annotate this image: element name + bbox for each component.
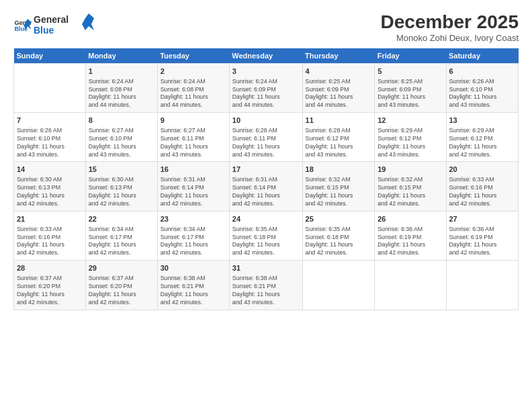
- col-header-saturday: Saturday: [446, 48, 519, 64]
- day-cell: 3Sunrise: 6:24 AMSunset: 6:09 PMDaylight…: [229, 63, 302, 112]
- day-number: 6: [449, 66, 516, 77]
- logo-icon: General Blue: [13, 16, 32, 35]
- day-info: Sunrise: 6:26 AMSunset: 6:10 PMDaylight:…: [449, 78, 516, 110]
- day-cell: 18Sunrise: 6:32 AMSunset: 6:15 PMDayligh…: [302, 162, 375, 211]
- day-cell: 8Sunrise: 6:27 AMSunset: 6:10 PMDaylight…: [85, 113, 157, 162]
- day-info: Sunrise: 6:29 AMSunset: 6:12 PMDaylight:…: [378, 127, 443, 159]
- day-cell: 5Sunrise: 6:25 AMSunset: 6:09 PMDaylight…: [375, 63, 446, 112]
- day-cell: 6Sunrise: 6:26 AMSunset: 6:10 PMDaylight…: [446, 63, 519, 112]
- day-cell: 23Sunrise: 6:34 AMSunset: 6:17 PMDayligh…: [157, 211, 229, 260]
- day-info: Sunrise: 6:27 AMSunset: 6:11 PMDaylight:…: [161, 127, 226, 159]
- day-cell: 13Sunrise: 6:29 AMSunset: 6:12 PMDayligh…: [446, 113, 519, 162]
- week-row-5: 28Sunrise: 6:37 AMSunset: 6:20 PMDayligh…: [14, 261, 519, 310]
- day-cell: 11Sunrise: 6:28 AMSunset: 6:12 PMDayligh…: [302, 113, 375, 162]
- day-info: Sunrise: 6:32 AMSunset: 6:15 PMDaylight:…: [378, 176, 443, 208]
- day-cell: 2Sunrise: 6:24 AMSunset: 6:08 PMDaylight…: [157, 63, 229, 112]
- logo-svg: General Blue: [34, 12, 94, 36]
- day-info: Sunrise: 6:36 AMSunset: 6:19 PMDaylight:…: [449, 226, 516, 258]
- day-number: 3: [232, 66, 300, 77]
- day-info: Sunrise: 6:29 AMSunset: 6:12 PMDaylight:…: [449, 127, 516, 159]
- day-number: 30: [161, 263, 226, 273]
- day-number: 16: [161, 165, 226, 175]
- day-cell: 15Sunrise: 6:30 AMSunset: 6:13 PMDayligh…: [85, 162, 157, 211]
- day-info: Sunrise: 6:28 AMSunset: 6:12 PMDaylight:…: [306, 127, 372, 159]
- day-number: 22: [89, 214, 154, 224]
- day-number: 28: [17, 263, 83, 273]
- day-number: 12: [378, 116, 443, 126]
- day-number: 2: [161, 66, 226, 77]
- day-info: Sunrise: 6:32 AMSunset: 6:15 PMDaylight:…: [306, 176, 372, 208]
- day-cell: 29Sunrise: 6:37 AMSunset: 6:20 PMDayligh…: [85, 261, 157, 310]
- day-cell: 21Sunrise: 6:33 AMSunset: 6:16 PMDayligh…: [14, 211, 86, 260]
- day-info: Sunrise: 6:28 AMSunset: 6:11 PMDaylight:…: [232, 127, 300, 159]
- week-row-1: 1Sunrise: 6:24 AMSunset: 6:08 PMDaylight…: [14, 63, 519, 112]
- day-cell: [375, 261, 446, 310]
- day-cell: 9Sunrise: 6:27 AMSunset: 6:11 PMDaylight…: [157, 113, 229, 162]
- col-header-monday: Monday: [85, 48, 157, 64]
- day-cell: 22Sunrise: 6:34 AMSunset: 6:17 PMDayligh…: [85, 211, 157, 260]
- svg-text:Blue: Blue: [34, 25, 54, 36]
- main-title: December 2025: [381, 12, 519, 33]
- day-cell: 14Sunrise: 6:30 AMSunset: 6:13 PMDayligh…: [14, 162, 86, 211]
- col-header-friday: Friday: [375, 48, 446, 64]
- day-info: Sunrise: 6:30 AMSunset: 6:13 PMDaylight:…: [89, 176, 154, 208]
- day-cell: 4Sunrise: 6:25 AMSunset: 6:09 PMDaylight…: [302, 63, 375, 112]
- day-number: 4: [306, 66, 372, 77]
- day-number: 27: [449, 214, 516, 224]
- day-number: 21: [17, 214, 83, 224]
- col-header-thursday: Thursday: [302, 48, 375, 64]
- day-cell: 19Sunrise: 6:32 AMSunset: 6:15 PMDayligh…: [375, 162, 446, 211]
- day-info: Sunrise: 6:24 AMSunset: 6:08 PMDaylight:…: [89, 78, 154, 110]
- day-number: 10: [232, 116, 300, 126]
- day-number: 1: [89, 66, 154, 77]
- day-cell: 27Sunrise: 6:36 AMSunset: 6:19 PMDayligh…: [446, 211, 519, 260]
- day-info: Sunrise: 6:31 AMSunset: 6:14 PMDaylight:…: [161, 176, 226, 208]
- day-info: Sunrise: 6:36 AMSunset: 6:19 PMDaylight:…: [378, 226, 443, 258]
- day-cell: 16Sunrise: 6:31 AMSunset: 6:14 PMDayligh…: [157, 162, 229, 211]
- day-cell: 28Sunrise: 6:37 AMSunset: 6:20 PMDayligh…: [14, 261, 86, 310]
- day-info: Sunrise: 6:25 AMSunset: 6:09 PMDaylight:…: [306, 78, 372, 110]
- col-header-wednesday: Wednesday: [229, 48, 302, 64]
- day-info: Sunrise: 6:31 AMSunset: 6:14 PMDaylight:…: [232, 176, 300, 208]
- day-number: 17: [232, 165, 300, 175]
- day-number: 24: [232, 214, 300, 224]
- day-number: 5: [378, 66, 443, 77]
- day-cell: 24Sunrise: 6:35 AMSunset: 6:18 PMDayligh…: [229, 211, 302, 260]
- day-cell: [14, 63, 86, 112]
- day-info: Sunrise: 6:35 AMSunset: 6:18 PMDaylight:…: [306, 226, 372, 258]
- day-number: 11: [306, 116, 372, 126]
- day-cell: [446, 261, 519, 310]
- day-number: 23: [161, 214, 226, 224]
- day-cell: 17Sunrise: 6:31 AMSunset: 6:14 PMDayligh…: [229, 162, 302, 211]
- calendar-table: SundayMondayTuesdayWednesdayThursdayFrid…: [13, 48, 519, 310]
- day-info: Sunrise: 6:33 AMSunset: 6:16 PMDaylight:…: [17, 226, 83, 258]
- day-number: 18: [306, 165, 372, 175]
- calendar-header-row: SundayMondayTuesdayWednesdayThursdayFrid…: [14, 48, 519, 64]
- day-cell: 10Sunrise: 6:28 AMSunset: 6:11 PMDayligh…: [229, 113, 302, 162]
- title-block: December 2025 Monoko Zohi Deux, Ivory Co…: [381, 12, 519, 43]
- day-cell: 20Sunrise: 6:33 AMSunset: 6:16 PMDayligh…: [446, 162, 519, 211]
- week-row-2: 7Sunrise: 6:26 AMSunset: 6:10 PMDaylight…: [14, 113, 519, 162]
- day-info: Sunrise: 6:38 AMSunset: 6:21 PMDaylight:…: [161, 275, 226, 307]
- day-info: Sunrise: 6:25 AMSunset: 6:09 PMDaylight:…: [378, 78, 443, 110]
- day-cell: 7Sunrise: 6:26 AMSunset: 6:10 PMDaylight…: [14, 113, 86, 162]
- day-info: Sunrise: 6:33 AMSunset: 6:16 PMDaylight:…: [449, 176, 516, 208]
- day-cell: 12Sunrise: 6:29 AMSunset: 6:12 PMDayligh…: [375, 113, 446, 162]
- day-info: Sunrise: 6:24 AMSunset: 6:09 PMDaylight:…: [232, 78, 300, 110]
- week-row-3: 14Sunrise: 6:30 AMSunset: 6:13 PMDayligh…: [14, 162, 519, 211]
- day-number: 14: [17, 165, 83, 175]
- header: General Blue General Blue December 2025 …: [13, 12, 519, 43]
- col-header-tuesday: Tuesday: [157, 48, 229, 64]
- day-info: Sunrise: 6:26 AMSunset: 6:10 PMDaylight:…: [17, 127, 83, 159]
- page: General Blue General Blue December 2025 …: [0, 0, 532, 411]
- day-info: Sunrise: 6:34 AMSunset: 6:17 PMDaylight:…: [161, 226, 226, 258]
- day-number: 31: [232, 263, 300, 273]
- day-info: Sunrise: 6:34 AMSunset: 6:17 PMDaylight:…: [89, 226, 154, 258]
- logo: General Blue General Blue: [13, 12, 94, 39]
- svg-marker-5: [82, 13, 94, 30]
- col-header-sunday: Sunday: [14, 48, 86, 64]
- day-info: Sunrise: 6:38 AMSunset: 6:21 PMDaylight:…: [232, 275, 300, 307]
- day-number: 20: [449, 165, 516, 175]
- week-row-4: 21Sunrise: 6:33 AMSunset: 6:16 PMDayligh…: [14, 211, 519, 260]
- day-number: 13: [449, 116, 516, 126]
